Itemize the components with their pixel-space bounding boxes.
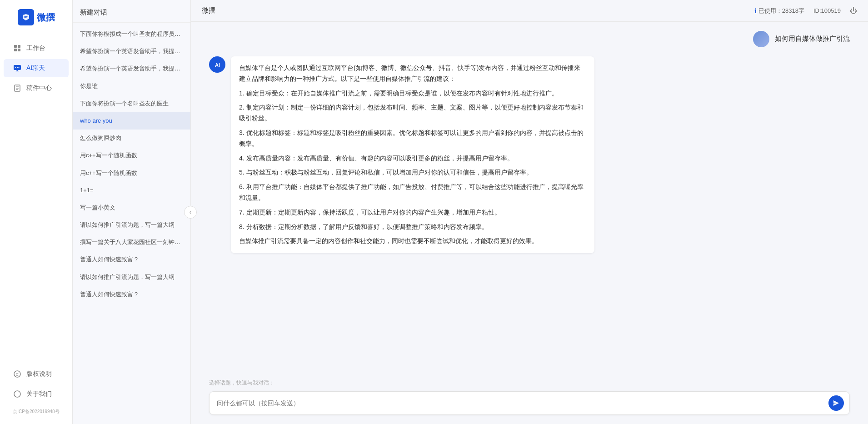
conv-item-16[interactable]: 普通人如何快速致富？	[73, 286, 190, 303]
ai-para-6: 6. 利用平台推广功能：自媒体平台都提供了推广功能，如广告投放、付费推广等，可以…	[239, 182, 586, 204]
conv-item-7[interactable]: 怎么做狗屎炒肉	[73, 130, 190, 147]
conv-item-12[interactable]: 请以如何推广引流为题，写一篇大纲	[73, 216, 190, 234]
about-icon: i	[13, 389, 22, 399]
conversation-panel: 新建对话 下面你将模拟成一个叫圣友的程序员，我说... 希望你扮演一个英语发音助…	[73, 0, 191, 424]
char-count-label: 已使用：28318字	[758, 7, 804, 15]
svg-point-6	[17, 67, 18, 68]
conversation-list: 下面你将模拟成一个叫圣友的程序员，我说... 希望你扮演一个英语发音助手，我提供…	[73, 23, 190, 424]
svg-text:AI: AI	[215, 62, 220, 68]
svg-rect-0	[14, 45, 17, 48]
conv-item-5[interactable]: 下面你将扮演一个名叫圣友的医生	[73, 95, 190, 112]
char-count-icon: ℹ	[754, 7, 757, 15]
conv-item-11[interactable]: 写一篇小黄文	[73, 199, 190, 216]
quick-topics-label: 选择话题，快速与我对话：	[209, 379, 850, 387]
ai-para-3: 3. 优化标题和标签：标题和标签是吸引粉丝的重要因素。优化标题和标签可以让更多的…	[239, 128, 586, 150]
ai-para-1: 1. 确定目标受众：在开始自媒体推广引流之前，需要明确目标受众是谁，以便在发布内…	[239, 88, 586, 99]
about-label: 关于我们	[26, 390, 52, 398]
workbench-label: 工作台	[26, 44, 45, 52]
svg-text:i: i	[17, 392, 18, 397]
logo-text: 微撰	[37, 11, 55, 24]
new-conversation-button[interactable]: 新建对话	[73, 0, 190, 23]
workbench-icon	[13, 44, 22, 53]
ai-para-2: 2. 制定内容计划：制定一份详细的内容计划，包括发布时间、频率、主题、文案、图片…	[239, 102, 586, 124]
conv-item-13[interactable]: 撰写一篇关于八大家花园社区一刻钟便民生...	[73, 234, 190, 251]
top-bar-right: ℹ 已使用：28318字 ID:100519 ⏻	[754, 7, 857, 15]
conv-item-6[interactable]: who are you	[73, 112, 190, 130]
ai-para-5: 5. 与粉丝互动：积极与粉丝互动，回复评论和私信，可以增加用户对你的认可和信任，…	[239, 167, 586, 178]
ai-para-7: 7. 定期更新：定期更新内容，保持活跃度，可以让用户对你的内容产生兴趣，增加用户…	[239, 207, 586, 218]
sidebar-item-about[interactable]: i 关于我们	[4, 385, 69, 403]
ai-para-9: 自媒体推广引流需要具备一定的内容创作和社交能力，同时也需要不断尝试和优化，才能取…	[239, 236, 586, 247]
icp-text: 京ICP备2022019948号	[0, 409, 72, 415]
conv-item-10[interactable]: 1+1=	[73, 182, 190, 199]
sidebar-item-workbench[interactable]: 工作台	[4, 39, 69, 57]
sidebar-bottom: C 版权说明 i 关于我们 京ICP备2022019948号	[0, 365, 72, 415]
chat-input[interactable]	[217, 399, 827, 407]
ai-chat-label: AI聊天	[26, 64, 45, 72]
conv-item-4[interactable]: 你是谁	[73, 78, 190, 95]
input-area: 选择话题，快速与我对话：	[191, 372, 868, 424]
ai-para-0: 自媒体平台是个人或团队通过互联网平台(如博客、微博、微信公众号、抖音、快手等)发…	[239, 63, 586, 85]
conv-item-2[interactable]: 希望你扮演一个英语发音助手，我提供给你...	[73, 43, 190, 60]
copyright-icon: C	[13, 369, 22, 379]
collapse-panel-button[interactable]: ‹	[184, 206, 197, 219]
copyright-label: 版权说明	[26, 370, 52, 378]
main-area: 微撰 ℹ 已使用：28318字 ID:100519 ⏻ 如何用自媒体做推广引流 …	[191, 0, 868, 424]
sidebar-item-ai-chat[interactable]: AI聊天	[4, 59, 69, 77]
conv-item-14[interactable]: 普通人如何快速致富？	[73, 251, 190, 268]
logo-icon	[18, 9, 34, 25]
conv-item-3[interactable]: 希望你扮演一个英语发音助手，我提供给你...	[73, 60, 190, 77]
svg-rect-1	[18, 45, 20, 48]
user-message-text: 如何用自媒体做推广引流	[775, 31, 850, 47]
ai-chat-icon	[13, 64, 22, 73]
svg-rect-2	[14, 49, 17, 51]
nav-items: 工作台 AI聊天	[0, 39, 72, 97]
sidebar-item-draft[interactable]: 稿件中心	[4, 79, 69, 97]
logo-area: 微撰	[18, 9, 55, 25]
ai-avatar: AI	[209, 56, 225, 73]
conv-item-8[interactable]: 用c++写一个随机函数	[73, 147, 190, 164]
svg-point-7	[19, 67, 20, 68]
conv-item-9[interactable]: 用c++写一个随机函数	[73, 165, 190, 182]
sidebar-item-copyright[interactable]: C 版权说明	[4, 365, 69, 383]
char-count: ℹ 已使用：28318字	[754, 7, 804, 15]
top-bar: 微撰 ℹ 已使用：28318字 ID:100519 ⏻	[191, 0, 868, 22]
ai-para-8: 8. 分析数据：定期分析数据，了解用户反馈和喜好，以便调整推广策略和内容发布频率…	[239, 222, 586, 233]
logout-button[interactable]: ⏻	[850, 7, 857, 15]
input-box	[209, 391, 850, 415]
draft-icon	[13, 84, 22, 93]
ai-message-bubble: 自媒体平台是个人或团队通过互联网平台(如博客、微博、微信公众号、抖音、快手等)发…	[231, 56, 594, 253]
page-title: 微撰	[202, 6, 215, 15]
sidebar: 微撰 工作台	[0, 0, 73, 424]
user-avatar	[753, 31, 769, 47]
svg-point-5	[15, 67, 16, 68]
svg-rect-3	[18, 49, 20, 51]
chat-content: 如何用自媒体做推广引流 AI 自媒体平台是个人或团队通过互联网平台(如博客、微博…	[191, 22, 868, 372]
conv-item-15[interactable]: 请以如何推广引流为题，写一篇大纲	[73, 269, 190, 286]
conv-item-1[interactable]: 下面你将模拟成一个叫圣友的程序员，我说...	[73, 25, 190, 43]
ai-message-row: AI 自媒体平台是个人或团队通过互联网平台(如博客、微博、微信公众号、抖音、快手…	[209, 56, 850, 253]
user-id-label: ID:100519	[813, 7, 841, 14]
ai-para-4: 4. 发布高质量内容：发布高质量、有价值、有趣的内容可以吸引更多的粉丝，并提高用…	[239, 153, 586, 164]
svg-text:C: C	[16, 372, 19, 377]
user-message-row: 如何用自媒体做推广引流	[209, 31, 850, 47]
send-button[interactable]	[828, 395, 844, 411]
draft-label: 稿件中心	[26, 84, 52, 92]
